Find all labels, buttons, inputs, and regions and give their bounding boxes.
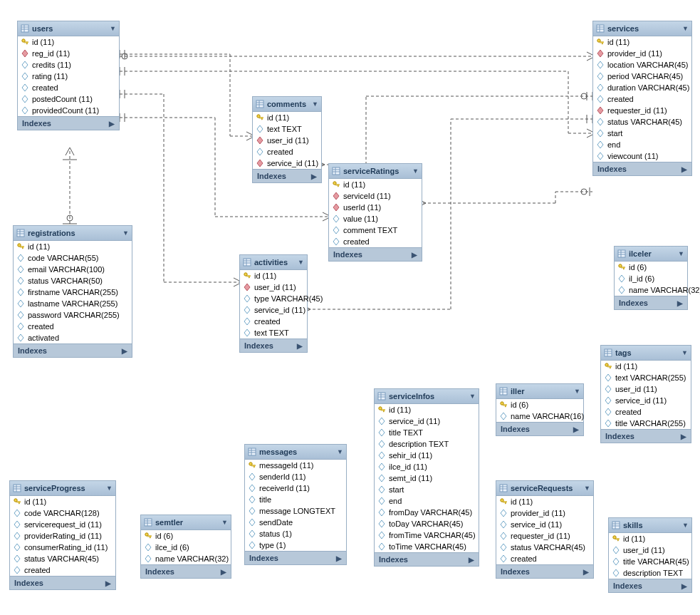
collapse-icon[interactable]: ▼ bbox=[682, 522, 689, 529]
collapse-icon[interactable]: ▼ bbox=[469, 393, 476, 400]
collapse-icon[interactable]: ▼ bbox=[298, 259, 304, 266]
column-row[interactable]: status VARCHAR(45) bbox=[496, 542, 593, 553]
column-row[interactable]: semt_id (11) bbox=[375, 472, 479, 484]
column-row[interactable]: sehir_id (11) bbox=[375, 450, 479, 461]
column-row[interactable]: created bbox=[240, 316, 307, 327]
table-header[interactable]: services▼ bbox=[593, 21, 691, 36]
column-row[interactable]: service_id (11) bbox=[496, 519, 593, 530]
column-row[interactable]: sendDate bbox=[245, 517, 346, 528]
collapse-icon[interactable]: ▼ bbox=[337, 448, 343, 455]
table-serviceRequests[interactable]: serviceRequests▼id (11)provider_id (11)s… bbox=[496, 480, 594, 579]
indexes-row[interactable]: Indexes▶ bbox=[14, 343, 132, 357]
column-row[interactable]: id (11) bbox=[18, 36, 119, 48]
column-row[interactable]: firstname VARCHAR(255) bbox=[14, 286, 132, 298]
column-row[interactable]: created bbox=[14, 321, 132, 332]
column-row[interactable]: comment TEXT bbox=[329, 224, 422, 236]
column-row[interactable]: providerRating_id (11) bbox=[10, 530, 115, 542]
expand-icon[interactable]: ▶ bbox=[681, 165, 687, 173]
column-row[interactable]: user_id (11) bbox=[253, 135, 321, 146]
column-row[interactable]: start bbox=[375, 484, 479, 495]
collapse-icon[interactable]: ▼ bbox=[312, 100, 318, 108]
indexes-row[interactable]: Indexes▶ bbox=[496, 422, 583, 435]
column-row[interactable]: ilce_id (11) bbox=[375, 461, 479, 472]
column-row[interactable]: id (11) bbox=[329, 179, 422, 190]
indexes-row[interactable]: Indexes▶ bbox=[375, 552, 479, 566]
collapse-icon[interactable]: ▼ bbox=[110, 25, 116, 32]
column-row[interactable]: created bbox=[496, 553, 593, 564]
table-comments[interactable]: comments▼id (11)text TEXTuser_id (11)cre… bbox=[252, 96, 322, 183]
column-row[interactable]: requester_id (11) bbox=[496, 530, 593, 542]
collapse-icon[interactable]: ▼ bbox=[678, 250, 684, 257]
indexes-row[interactable]: Indexes▶ bbox=[496, 564, 593, 578]
table-skills[interactable]: skills▼id (11)user_id (11)title VARCHAR(… bbox=[608, 517, 692, 593]
expand-icon[interactable]: ▶ bbox=[336, 554, 342, 562]
column-row[interactable]: created bbox=[10, 564, 115, 576]
column-row[interactable]: service_id (11) bbox=[601, 395, 691, 406]
column-row[interactable]: title VARCHAR(255) bbox=[601, 418, 691, 429]
expand-icon[interactable]: ▶ bbox=[105, 579, 111, 587]
column-row[interactable]: period VARCHAR(45) bbox=[593, 71, 691, 82]
table-tags[interactable]: tags▼id (11)text VARCHAR(255)user_id (11… bbox=[600, 345, 691, 443]
column-row[interactable]: text TEXT bbox=[253, 123, 321, 135]
expand-icon[interactable]: ▶ bbox=[412, 251, 417, 259]
expand-icon[interactable]: ▶ bbox=[583, 568, 589, 576]
column-row[interactable]: provider_id (11) bbox=[496, 507, 593, 519]
expand-icon[interactable]: ▶ bbox=[311, 172, 317, 180]
column-row[interactable]: credits (11) bbox=[18, 59, 119, 71]
column-row[interactable]: location VARCHAR(45) bbox=[593, 59, 691, 71]
column-row[interactable]: duration VARCHAR(45) bbox=[593, 82, 691, 93]
table-header[interactable]: messages▼ bbox=[245, 445, 346, 460]
column-row[interactable]: name VARCHAR(32) bbox=[141, 553, 231, 564]
expand-icon[interactable]: ▶ bbox=[469, 556, 474, 564]
expand-icon[interactable]: ▶ bbox=[109, 120, 115, 128]
column-row[interactable]: toTime VARCHAR(45) bbox=[375, 541, 479, 552]
table-header[interactable]: registrations▼ bbox=[14, 226, 132, 241]
table-header[interactable]: serviceRequests▼ bbox=[496, 481, 593, 496]
column-row[interactable]: status (1) bbox=[245, 528, 346, 539]
column-row[interactable]: created bbox=[601, 406, 691, 418]
table-header[interactable]: serviceInfos▼ bbox=[375, 389, 479, 404]
column-row[interactable]: code VARCHAR(128) bbox=[10, 507, 115, 519]
indexes-row[interactable]: Indexes▶ bbox=[601, 429, 691, 443]
column-row[interactable]: value (11) bbox=[329, 213, 422, 224]
expand-icon[interactable]: ▶ bbox=[122, 347, 127, 355]
table-header[interactable]: serviceRatings▼ bbox=[329, 164, 422, 179]
column-row[interactable]: description TEXT bbox=[375, 438, 479, 450]
column-row[interactable]: end bbox=[593, 139, 691, 150]
column-row[interactable]: id (6) bbox=[615, 262, 687, 273]
column-row[interactable]: status VARCHAR(45) bbox=[10, 553, 115, 564]
expand-icon[interactable]: ▶ bbox=[681, 433, 686, 440]
indexes-row[interactable]: Indexes▶ bbox=[615, 296, 687, 309]
column-row[interactable]: user_id (11) bbox=[609, 544, 691, 556]
column-row[interactable]: end bbox=[375, 495, 479, 507]
column-row[interactable]: created bbox=[593, 93, 691, 105]
column-row[interactable]: service_id (11) bbox=[253, 157, 321, 169]
column-row[interactable]: created bbox=[329, 236, 422, 247]
table-semtler[interactable]: semtler▼id (6)ilce_id (6)name VARCHAR(32… bbox=[140, 515, 231, 579]
table-header[interactable]: users▼ bbox=[18, 21, 119, 36]
expand-icon[interactable]: ▶ bbox=[221, 568, 226, 576]
table-serviceInfos[interactable]: serviceInfos▼id (11)service_id (11)title… bbox=[374, 388, 479, 567]
column-row[interactable]: senderId (11) bbox=[245, 471, 346, 482]
column-row[interactable]: text VARCHAR(255) bbox=[601, 372, 691, 383]
column-row[interactable]: password VARCHAR(255) bbox=[14, 309, 132, 321]
indexes-row[interactable]: Indexes▶ bbox=[141, 564, 231, 578]
table-header[interactable]: iller▼ bbox=[496, 384, 583, 399]
column-row[interactable]: fromTime VARCHAR(45) bbox=[375, 529, 479, 541]
indexes-row[interactable]: Indexes▶ bbox=[593, 162, 691, 175]
column-row[interactable]: userId (11) bbox=[329, 202, 422, 213]
column-row[interactable]: activated bbox=[14, 332, 132, 343]
column-row[interactable]: description TEXT bbox=[609, 567, 691, 579]
column-row[interactable]: receiverId (11) bbox=[245, 482, 346, 494]
column-row[interactable]: consumerRating_id (11) bbox=[10, 542, 115, 553]
column-row[interactable]: serviceId (11) bbox=[329, 190, 422, 202]
column-row[interactable]: lastname VARCHAR(255) bbox=[14, 298, 132, 309]
table-header[interactable]: activities▼ bbox=[240, 255, 307, 270]
collapse-icon[interactable]: ▼ bbox=[682, 25, 689, 32]
table-services[interactable]: services▼id (11)provider_id (11)location… bbox=[592, 21, 692, 176]
column-row[interactable]: requester_id (11) bbox=[593, 105, 691, 116]
indexes-row[interactable]: Indexes▶ bbox=[609, 579, 691, 592]
column-row[interactable]: id (6) bbox=[496, 399, 583, 410]
table-users[interactable]: users▼id (11)reg_id (11)credits (11)rati… bbox=[17, 21, 120, 130]
table-registrations[interactable]: registrations▼id (11)code VARCHAR(55)ema… bbox=[13, 225, 132, 358]
